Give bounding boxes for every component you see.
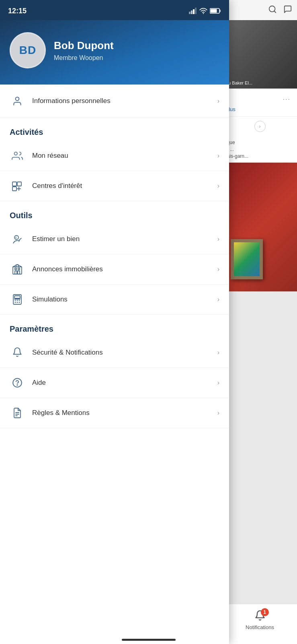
notifications-tab[interactable]: 1 Notifications bbox=[246, 610, 274, 630]
arrow-row: › bbox=[223, 116, 297, 136]
menu-item-securite[interactable]: Sécurité & Notifications › bbox=[0, 338, 229, 368]
svg-rect-9 bbox=[211, 9, 217, 13]
status-bar: 12:15 bbox=[0, 0, 229, 20]
body-text: iquea ... bbox=[226, 139, 294, 153]
notifications-label: Notifications bbox=[246, 624, 274, 630]
body-text-block: iquea ... lais-garn... bbox=[223, 136, 297, 163]
content-image-1: ou Baker El... bbox=[223, 20, 297, 89]
sub-text: lais-garn... bbox=[226, 153, 294, 160]
centres-chevron: › bbox=[217, 182, 219, 190]
content-image-2 bbox=[223, 163, 297, 291]
users-icon bbox=[10, 148, 25, 163]
home-indicator bbox=[122, 639, 176, 641]
status-icons bbox=[189, 8, 221, 14]
regles-label: Règles & Mentions bbox=[32, 409, 217, 417]
personal-info-row[interactable]: Informations personnelles › bbox=[0, 85, 229, 118]
reseau-chevron: › bbox=[217, 152, 219, 159]
svg-rect-5 bbox=[195, 8, 197, 14]
image-caption: ou Baker El... bbox=[226, 80, 252, 85]
painting-decoration bbox=[231, 239, 263, 279]
section-outils: Outils bbox=[0, 201, 229, 224]
wifi-icon bbox=[199, 8, 207, 14]
svg-rect-13 bbox=[17, 182, 21, 186]
security-bell-icon bbox=[10, 345, 25, 360]
menu-item-centres[interactable]: Centres d'intérêt › bbox=[0, 171, 229, 201]
svg-rect-12 bbox=[12, 182, 16, 186]
profile-header: BD Bob Dupont Membre Woopen bbox=[0, 20, 229, 85]
svg-rect-19 bbox=[18, 268, 20, 270]
user-role: Membre Woopen bbox=[54, 54, 114, 62]
battery-icon bbox=[210, 8, 221, 14]
estimer-label: Estimer un bien bbox=[32, 235, 217, 243]
svg-rect-18 bbox=[15, 268, 16, 270]
user-name: Bob Dupont bbox=[54, 39, 114, 52]
annonces-label: Annonces immobilières bbox=[32, 265, 217, 273]
estimate-icon: € bbox=[10, 231, 25, 247]
svg-rect-17 bbox=[13, 267, 22, 274]
securite-chevron: › bbox=[217, 349, 219, 356]
aide-label: Aide bbox=[32, 379, 217, 387]
section-activites: Activités bbox=[0, 118, 229, 141]
side-drawer: 12:15 B bbox=[0, 0, 229, 644]
svg-rect-22 bbox=[14, 296, 20, 298]
notification-badge: 1 bbox=[261, 608, 269, 616]
menu-item-aide[interactable]: Aide › bbox=[0, 368, 229, 398]
aide-chevron: › bbox=[217, 379, 219, 386]
show-more-link[interactable]: plus bbox=[226, 106, 294, 112]
svg-rect-4 bbox=[193, 9, 195, 14]
menu-item-estimer[interactable]: € Estimer un bien › bbox=[0, 224, 229, 254]
three-dots[interactable]: ··· bbox=[226, 93, 294, 106]
svg-rect-2 bbox=[189, 12, 190, 14]
avatar-initials: BD bbox=[19, 44, 36, 57]
calculator-icon bbox=[10, 292, 25, 307]
menu-item-annonces[interactable]: Annonces immobilières › bbox=[0, 254, 229, 285]
annonces-chevron: › bbox=[217, 266, 219, 273]
status-time: 12:15 bbox=[8, 7, 27, 15]
svg-rect-3 bbox=[191, 10, 193, 14]
reseau-label: Mon réseau bbox=[32, 152, 217, 160]
right-panel: ou Baker El... ··· plus › iquea ... lais… bbox=[223, 0, 297, 604]
simulations-label: Simulations bbox=[32, 295, 217, 303]
document-icon bbox=[10, 405, 25, 421]
message-icon[interactable] bbox=[283, 5, 292, 16]
right-text-block: ··· plus bbox=[223, 89, 297, 116]
personal-info-chevron: › bbox=[217, 97, 219, 105]
bottom-nav: 1 Notifications bbox=[223, 604, 297, 644]
avatar: BD bbox=[10, 32, 46, 68]
svg-rect-20 bbox=[16, 265, 18, 267]
svg-text:€: € bbox=[15, 236, 17, 239]
securite-label: Sécurité & Notifications bbox=[32, 349, 217, 357]
svg-point-11 bbox=[14, 152, 17, 155]
svg-point-6 bbox=[203, 13, 204, 14]
help-icon bbox=[10, 375, 25, 390]
menu-item-regles[interactable]: Règles & Mentions › bbox=[0, 398, 229, 428]
signal-icon bbox=[189, 8, 197, 14]
building-icon bbox=[10, 262, 25, 277]
section-parametres: Paramètres bbox=[0, 315, 229, 338]
interests-icon bbox=[10, 178, 25, 194]
menu-item-reseau[interactable]: Mon réseau › bbox=[0, 141, 229, 171]
menu-item-simulations[interactable]: Simulations › bbox=[0, 285, 229, 315]
right-arrow-btn[interactable]: › bbox=[254, 121, 266, 132]
centres-label: Centres d'intérêt bbox=[32, 182, 217, 190]
simulations-chevron: › bbox=[217, 296, 219, 303]
svg-rect-8 bbox=[219, 10, 221, 12]
svg-line-1 bbox=[274, 11, 276, 12]
person-icon bbox=[10, 93, 25, 109]
right-top-bar bbox=[223, 0, 297, 20]
svg-rect-14 bbox=[12, 187, 16, 191]
menu-content: Informations personnelles › Activités Mo… bbox=[0, 85, 229, 644]
estimer-chevron: › bbox=[217, 235, 219, 243]
regles-chevron: › bbox=[217, 409, 219, 417]
svg-point-10 bbox=[16, 97, 19, 101]
user-info: Bob Dupont Membre Woopen bbox=[54, 39, 114, 62]
personal-info-label: Informations personnelles bbox=[32, 97, 217, 105]
search-icon[interactable] bbox=[268, 5, 277, 16]
